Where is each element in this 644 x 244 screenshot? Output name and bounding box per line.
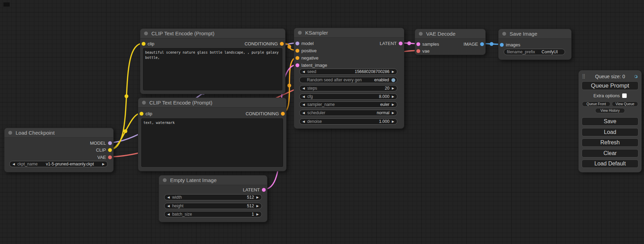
input-slot-latent-image[interactable]: latent_image	[295, 62, 327, 68]
increment-arrow-icon[interactable]: ▶	[392, 70, 394, 73]
node-title-bar[interactable]: Save Image	[499, 29, 571, 39]
output-slot-vae[interactable]: VAE	[97, 154, 112, 160]
decrement-arrow-icon[interactable]: ◀	[302, 120, 305, 123]
input-slot-negative[interactable]: negative	[295, 55, 318, 61]
increment-arrow-icon[interactable]: ▶	[256, 213, 259, 216]
collapse-dot-icon[interactable]	[144, 31, 148, 35]
load-button[interactable]: Load	[582, 128, 638, 136]
negative-input-dot-icon[interactable]	[295, 56, 299, 60]
node-title-bar[interactable]: Empty Latent Image	[159, 175, 267, 185]
view-queue-button[interactable]: View Queue	[612, 101, 638, 107]
clip-output-dot-icon[interactable]	[108, 148, 112, 152]
collapse-dot-icon[interactable]	[163, 178, 167, 182]
drag-handle-icon[interactable]: ⣿	[582, 73, 585, 79]
images-input-dot-icon[interactable]	[500, 43, 504, 47]
input-slot-images[interactable]: images	[500, 42, 520, 47]
positive-input-dot-icon[interactable]	[295, 49, 299, 53]
input-slot-clip[interactable]: clip	[140, 111, 152, 116]
graph-canvas[interactable]: Load Checkpoint MODEL CLIP VAE ◀ ckpt_na…	[0, 0, 644, 244]
output-slot-model[interactable]: MODEL	[90, 140, 112, 146]
denoise-widget[interactable]: ◀ denoise 1.000 ▶	[299, 118, 397, 125]
filename-prefix-widget[interactable]: filename_prefix ComfyUI	[504, 49, 565, 55]
increment-arrow-icon[interactable]: ▶	[392, 103, 394, 106]
output-slot-latent[interactable]: LATENT	[380, 40, 403, 46]
node-title-bar[interactable]: VAE Decode	[415, 29, 485, 39]
scheduler-widget[interactable]: ◀ scheduler normal ▶	[299, 110, 397, 116]
positive-prompt-input[interactable]: beautiful scenery nature glass bottle la…	[143, 48, 282, 90]
height-widget[interactable]: ◀ height 512 ▶	[164, 203, 262, 209]
conditioning-output-dot-icon[interactable]	[280, 42, 284, 46]
output-slot-latent[interactable]: LATENT	[243, 187, 266, 192]
increment-arrow-icon[interactable]: ▶	[102, 163, 105, 166]
decrement-arrow-icon[interactable]: ◀	[302, 95, 305, 98]
decrement-arrow-icon[interactable]: ◀	[302, 70, 305, 73]
output-slot-clip[interactable]: CLIP	[96, 147, 112, 153]
sampler-name-widget[interactable]: ◀ sampler_name euler ▶	[299, 101, 397, 108]
save-button[interactable]: Save	[582, 117, 638, 126]
decrement-arrow-icon[interactable]: ◀	[167, 205, 170, 208]
latent-output-dot-icon[interactable]	[262, 188, 266, 192]
node-title-bar[interactable]: CLIP Text Encode (Prompt)	[138, 98, 286, 108]
collapse-dot-icon[interactable]	[298, 31, 302, 35]
negative-prompt-input[interactable]: text, watermark	[141, 118, 283, 167]
cfg-widget[interactable]: ◀ cfg 8.000 ▶	[299, 93, 397, 100]
node-title-bar[interactable]: Load Checkpoint	[5, 128, 113, 138]
steps-widget[interactable]: ◀ steps 20 ▶	[299, 85, 397, 91]
batch-size-widget[interactable]: ◀ batch_size 1 ▶	[164, 211, 262, 217]
decrement-arrow-icon[interactable]: ◀	[12, 163, 15, 166]
queue-front-button[interactable]: Queue Front	[582, 101, 610, 107]
settings-gear-icon[interactable]	[633, 74, 638, 79]
collapse-dot-icon[interactable]	[8, 131, 12, 135]
decrement-arrow-icon[interactable]: ◀	[167, 196, 170, 199]
input-slot-positive[interactable]: positive	[295, 48, 317, 53]
samples-input-dot-icon[interactable]	[416, 42, 420, 46]
decrement-arrow-icon[interactable]: ◀	[302, 87, 305, 90]
increment-arrow-icon[interactable]: ▶	[392, 87, 394, 90]
collapse-dot-icon[interactable]	[502, 32, 506, 36]
output-slot-conditioning[interactable]: CONDITIONING	[245, 41, 284, 46]
increment-arrow-icon[interactable]: ▶	[392, 120, 394, 123]
image-output-dot-icon[interactable]	[480, 42, 484, 46]
random-seed-widget[interactable]: Random seed after every gen enabled	[299, 77, 397, 83]
increment-arrow-icon[interactable]: ▶	[392, 111, 394, 115]
vae-input-dot-icon[interactable]	[416, 49, 420, 53]
clear-button[interactable]: Clear	[582, 149, 638, 157]
output-slot-image[interactable]: IMAGE	[464, 41, 484, 47]
input-slot-model[interactable]: model	[295, 40, 314, 46]
output-slot-conditioning[interactable]: CONDITIONING	[246, 111, 285, 116]
conditioning-output-dot-icon[interactable]	[281, 112, 285, 116]
view-history-button[interactable]: View History	[595, 108, 625, 113]
node-empty-latent-image[interactable]: Empty Latent Image LATENT ◀ width 512 ▶ …	[159, 175, 267, 222]
clip-input-dot-icon[interactable]	[142, 42, 145, 46]
node-clip-text-encode-positive[interactable]: CLIP Text Encode (Prompt) clip CONDITION…	[140, 28, 285, 94]
node-load-checkpoint[interactable]: Load Checkpoint MODEL CLIP VAE ◀ ckpt_na…	[4, 128, 114, 172]
collapse-dot-icon[interactable]	[419, 32, 423, 36]
seed-widget[interactable]: ◀ seed 156680208700286 ▶	[299, 69, 397, 75]
width-widget[interactable]: ◀ width 512 ▶	[164, 194, 262, 200]
node-title-bar[interactable]: CLIP Text Encode (Prompt)	[140, 29, 285, 38]
latent-output-dot-icon[interactable]	[399, 42, 403, 45]
decrement-arrow-icon[interactable]: ◀	[167, 213, 170, 216]
ckpt-name-widget[interactable]: ◀ ckpt_name v1-5-pruned-emaonly.ckpt ▶	[9, 161, 108, 167]
increment-arrow-icon[interactable]: ▶	[256, 196, 259, 199]
queue-prompt-button[interactable]: Queue Prompt	[582, 81, 638, 90]
input-slot-samples[interactable]: samples	[416, 41, 439, 47]
model-output-dot-icon[interactable]	[108, 141, 112, 145]
node-clip-text-encode-negative[interactable]: CLIP Text Encode (Prompt) clip CONDITION…	[138, 98, 286, 171]
node-ksampler[interactable]: KSampler model positive negative latent_…	[294, 28, 404, 129]
input-slot-vae[interactable]: vae	[416, 48, 430, 54]
node-save-image[interactable]: Save Image images filename_prefix ComfyU…	[498, 29, 572, 60]
node-title-bar[interactable]: KSampler	[294, 28, 404, 38]
random-seed-toggle-icon[interactable]	[391, 78, 395, 82]
clip-input-dot-icon[interactable]	[140, 112, 143, 116]
collapse-dot-icon[interactable]	[142, 101, 146, 105]
increment-arrow-icon[interactable]: ▶	[256, 205, 259, 208]
refresh-button[interactable]: Refresh	[582, 138, 638, 147]
increment-arrow-icon[interactable]: ▶	[392, 95, 394, 98]
load-default-button[interactable]: Load Default	[582, 160, 638, 168]
vae-output-dot-icon[interactable]	[108, 155, 112, 159]
input-slot-clip[interactable]: clip	[142, 41, 155, 46]
extra-options-checkbox[interactable]	[622, 93, 627, 98]
model-input-dot-icon[interactable]	[295, 42, 299, 45]
decrement-arrow-icon[interactable]: ◀	[302, 103, 305, 106]
